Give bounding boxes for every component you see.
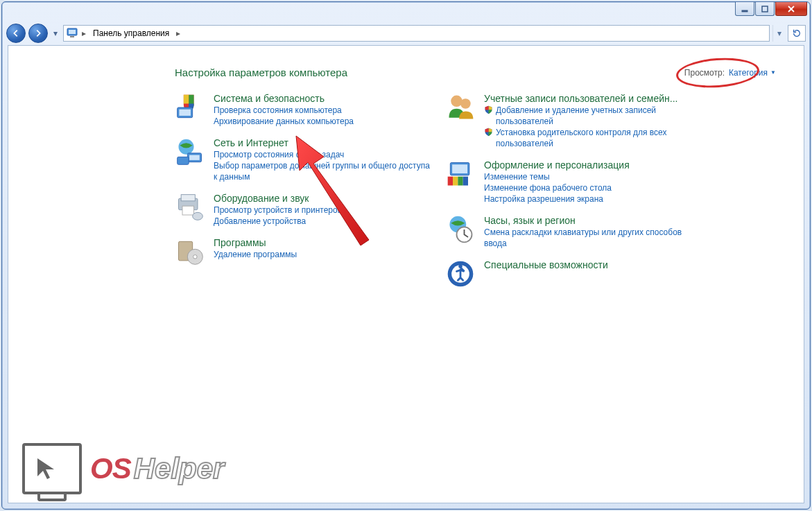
people-icon <box>445 92 476 149</box>
link-backup[interactable]: Архивирование данных компьютера <box>214 116 431 127</box>
svg-rect-12 <box>181 195 195 201</box>
content-area: Настройка параметров компьютера Просмотр… <box>8 45 804 503</box>
svg-rect-21 <box>452 164 467 173</box>
link-network[interactable]: Сеть и Интернет <box>214 137 431 149</box>
heading-row: Настройка параметров компьютера Просмотр… <box>8 60 804 92</box>
back-button[interactable] <box>6 24 26 43</box>
svg-rect-9 <box>189 155 200 160</box>
globe-network-icon <box>175 137 205 182</box>
right-column: Учетные записи пользователей и семейн...… <box>445 92 702 291</box>
svg-rect-0 <box>742 10 748 12</box>
link-hardware[interactable]: Оборудование и звук <box>214 192 431 205</box>
link-add-remove-accounts-text: Добавление и удаление учетных записей по… <box>496 105 702 127</box>
svg-point-18 <box>451 96 463 107</box>
titlebar <box>2 2 810 21</box>
monitor-palette-icon <box>445 159 476 205</box>
watermark-monitor-icon <box>22 443 82 494</box>
svg-rect-6 <box>179 110 191 116</box>
link-check-status[interactable]: Проверка состояния компьютера <box>214 105 431 116</box>
category-clock-region: Часы, язык и регион Смена раскладки клав… <box>445 214 702 249</box>
navigation-bar: ▾ ▸ Панель управления ▸ ▾ <box>2 21 810 45</box>
breadcrumb-root[interactable]: Панель управления <box>90 27 172 40</box>
category-network: Сеть и Интернет Просмотр состояния сети … <box>175 137 431 182</box>
svg-rect-25 <box>463 177 468 186</box>
watermark-os-text: OS <box>90 452 131 485</box>
svg-rect-4 <box>70 36 74 37</box>
address-bar[interactable]: ▸ Панель управления ▸ <box>63 25 770 42</box>
breadcrumb-separator: ▸ <box>80 28 87 38</box>
category-appearance: Оформление и персонализация Изменение те… <box>445 159 702 205</box>
link-uninstall[interactable]: Удаление программы <box>214 249 431 260</box>
chevron-down-icon: ▼ <box>770 69 776 76</box>
view-dropdown[interactable]: Категория ▼ <box>729 68 776 78</box>
link-change-wallpaper[interactable]: Изменение фона рабочего стола <box>484 182 702 193</box>
link-devices-printers[interactable]: Просмотр устройств и принтеров <box>214 205 431 216</box>
svg-rect-23 <box>453 177 458 186</box>
history-dropdown[interactable]: ▾ <box>51 28 60 38</box>
svg-point-14 <box>193 212 203 220</box>
link-network-status[interactable]: Просмотр состояния сети и задач <box>214 149 431 160</box>
view-value-text: Категория <box>729 68 768 78</box>
left-column: Система и безопасность Проверка состояни… <box>175 92 431 291</box>
category-programs: Программы Удаление программы <box>175 236 431 269</box>
link-parental-controls[interactable]: Установка родительского контроля для все… <box>484 127 702 149</box>
link-change-theme[interactable]: Изменение темы <box>484 171 702 182</box>
minimize-button[interactable] <box>735 2 754 16</box>
box-disc-icon <box>175 236 205 269</box>
close-button[interactable] <box>775 2 807 16</box>
category-ease-of-access: Специальные возможности <box>445 259 702 291</box>
ease-of-access-icon <box>445 259 476 291</box>
breadcrumb-separator: ▸ <box>175 28 182 38</box>
svg-rect-3 <box>69 30 76 34</box>
link-homegroup[interactable]: Выбор параметров домашней группы и общег… <box>214 160 431 182</box>
watermark-helper-text: Helper <box>134 452 225 485</box>
link-programs[interactable]: Программы <box>214 236 431 249</box>
link-appearance[interactable]: Оформление и персонализация <box>484 159 702 171</box>
maximize-button[interactable] <box>755 2 775 16</box>
link-clock-region[interactable]: Часы, язык и регион <box>484 214 702 227</box>
window-frame: ▾ ▸ Панель управления ▸ ▾ Настройка пара… <box>1 1 811 510</box>
category-accounts: Учетные записи пользователей и семейн...… <box>445 92 702 149</box>
address-dropdown[interactable]: ▾ <box>772 25 785 42</box>
refresh-button[interactable] <box>788 25 806 42</box>
link-system-security[interactable]: Система и безопасность <box>214 92 431 105</box>
svg-rect-24 <box>458 177 463 186</box>
svg-point-17 <box>193 255 198 259</box>
clock-globe-icon <box>445 214 476 249</box>
link-accounts[interactable]: Учетные записи пользователей и семейн... <box>484 92 702 105</box>
watermark: OS Helper <box>22 443 224 494</box>
svg-point-19 <box>460 98 471 109</box>
category-hardware: Оборудование и звук Просмотр устройств и… <box>175 192 431 227</box>
link-keyboard-layout[interactable]: Смена раскладки клавиатуры или других сп… <box>484 227 702 249</box>
category-system-security: Система и безопасность Проверка состояни… <box>175 92 431 127</box>
link-add-device[interactable]: Добавление устройства <box>214 216 431 227</box>
svg-rect-22 <box>448 177 453 186</box>
svg-rect-13 <box>182 206 194 215</box>
page-title: Настройка параметров компьютера <box>175 67 347 78</box>
link-add-remove-accounts[interactable]: Добавление и удаление учетных записей по… <box>484 105 702 127</box>
svg-rect-1 <box>762 6 768 12</box>
view-label: Просмотр: <box>684 68 725 78</box>
shield-monitor-icon <box>175 92 205 127</box>
link-parental-controls-text: Установка родительского контроля для все… <box>496 127 702 149</box>
control-panel-icon <box>67 27 78 40</box>
svg-point-30 <box>458 264 463 268</box>
forward-button[interactable] <box>28 24 48 43</box>
printer-mouse-icon <box>175 192 205 227</box>
link-ease-of-access[interactable]: Специальные возможности <box>484 259 702 271</box>
link-screen-resolution[interactable]: Настройка разрешения экрана <box>484 193 702 205</box>
svg-rect-10 <box>178 157 189 164</box>
